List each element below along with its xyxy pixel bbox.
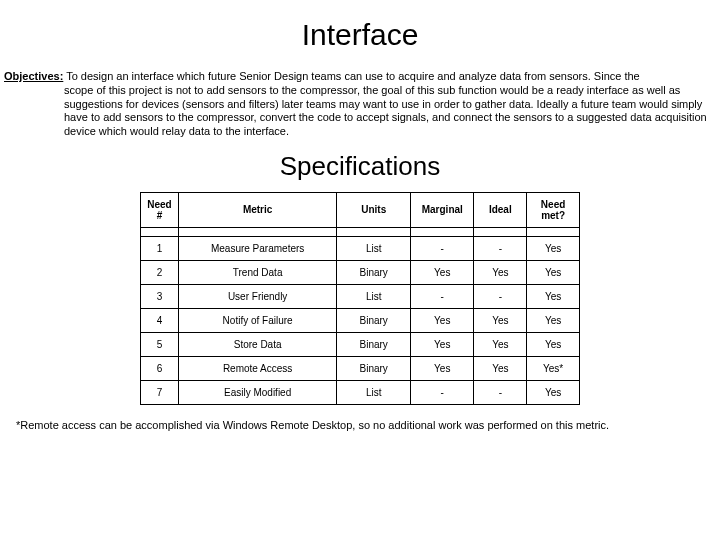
objectives-label: Objectives: <box>4 70 63 82</box>
specifications-table: Need # Metric Units Marginal Ideal Need … <box>140 192 580 405</box>
table-row: 1Measure ParametersList--Yes <box>141 236 580 260</box>
cell-metric: Measure Parameters <box>178 236 336 260</box>
cell-need_no: 2 <box>141 260 179 284</box>
objectives-first-line: To design an interface which future Seni… <box>63 70 639 82</box>
table-row: 3User FriendlyList--Yes <box>141 284 580 308</box>
cell-marginal: - <box>411 236 474 260</box>
cell-metric: Trend Data <box>178 260 336 284</box>
cell-need_met: Yes <box>527 284 580 308</box>
slide: Interface Objectives: To design an inter… <box>0 0 720 540</box>
cell-ideal: - <box>474 284 527 308</box>
cell-need_no: 4 <box>141 308 179 332</box>
cell-units: List <box>337 284 411 308</box>
table-row: 4Notify of FailureBinaryYesYesYes <box>141 308 580 332</box>
col-units: Units <box>337 192 411 227</box>
cell-need_met: Yes <box>527 308 580 332</box>
cell-need_met: Yes <box>527 260 580 284</box>
objectives-paragraph: Objectives: To design an interface which… <box>4 70 716 139</box>
specifications-title: Specifications <box>4 151 716 182</box>
cell-units: Binary <box>337 332 411 356</box>
cell-marginal: - <box>411 284 474 308</box>
col-marginal: Marginal <box>411 192 474 227</box>
col-need-no: Need # <box>141 192 179 227</box>
cell-need_no: 1 <box>141 236 179 260</box>
cell-units: List <box>337 380 411 404</box>
cell-metric: Remote Access <box>178 356 336 380</box>
cell-ideal: - <box>474 236 527 260</box>
col-need-met: Need met? <box>527 192 580 227</box>
table-spacer-row <box>141 227 580 236</box>
cell-need_no: 3 <box>141 284 179 308</box>
cell-need_met: Yes* <box>527 356 580 380</box>
cell-need_met: Yes <box>527 380 580 404</box>
objectives-rest: scope of this project is not to add sens… <box>4 84 716 139</box>
cell-units: Binary <box>337 356 411 380</box>
cell-ideal: Yes <box>474 356 527 380</box>
cell-ideal: Yes <box>474 308 527 332</box>
col-ideal: Ideal <box>474 192 527 227</box>
cell-units: Binary <box>337 308 411 332</box>
cell-ideal: - <box>474 380 527 404</box>
cell-metric: User Friendly <box>178 284 336 308</box>
table-row: 2Trend DataBinaryYesYesYes <box>141 260 580 284</box>
page-title: Interface <box>4 18 716 52</box>
col-metric: Metric <box>178 192 336 227</box>
cell-need_no: 7 <box>141 380 179 404</box>
cell-ideal: Yes <box>474 260 527 284</box>
cell-metric: Notify of Failure <box>178 308 336 332</box>
cell-need_no: 6 <box>141 356 179 380</box>
cell-marginal: - <box>411 380 474 404</box>
cell-ideal: Yes <box>474 332 527 356</box>
cell-need_no: 5 <box>141 332 179 356</box>
table-row: 5Store DataBinaryYesYesYes <box>141 332 580 356</box>
cell-marginal: Yes <box>411 308 474 332</box>
cell-units: List <box>337 236 411 260</box>
table-row: 6Remote AccessBinaryYesYesYes* <box>141 356 580 380</box>
cell-marginal: Yes <box>411 356 474 380</box>
cell-marginal: Yes <box>411 260 474 284</box>
table-header-row: Need # Metric Units Marginal Ideal Need … <box>141 192 580 227</box>
cell-metric: Easily Modified <box>178 380 336 404</box>
cell-need_met: Yes <box>527 332 580 356</box>
footnote: *Remote access can be accomplished via W… <box>16 419 712 431</box>
cell-metric: Store Data <box>178 332 336 356</box>
cell-need_met: Yes <box>527 236 580 260</box>
cell-units: Binary <box>337 260 411 284</box>
cell-marginal: Yes <box>411 332 474 356</box>
table-row: 7Easily ModifiedList--Yes <box>141 380 580 404</box>
